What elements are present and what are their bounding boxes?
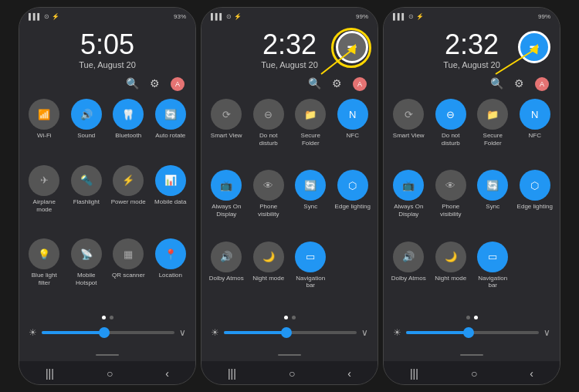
qs-label: Mobile Hotspot	[68, 272, 106, 286]
qs-label: Phone visibility	[432, 203, 470, 218]
qs-item[interactable]: ▭Navigation bar	[292, 242, 330, 308]
qs-item[interactable]: 🦷Bluetooth	[110, 99, 147, 161]
qs-item[interactable]: 📁Secure Folder	[292, 99, 330, 165]
avatar: A	[171, 77, 185, 91]
qs-label: Navigation bar	[474, 275, 512, 289]
qs-item[interactable]: 🔊Dolby Atmos	[208, 242, 245, 308]
qs-item[interactable]: 💡Blue light filter	[25, 238, 63, 308]
qs-icon: 📍	[155, 238, 186, 269]
qs-item[interactable]: 🔦Flashlight	[68, 165, 106, 235]
qs-icon: 📁	[477, 99, 508, 130]
clock-area: 2:32Tue, August 20−	[201, 25, 378, 74]
settings-icon[interactable]: ⚙	[332, 77, 342, 91]
brightness-row: ☀ ∨	[19, 323, 195, 343]
qs-icon: 👁	[253, 170, 284, 201]
qs-item[interactable]: ⚡Power mode	[110, 165, 147, 235]
qs-item[interactable]: NNFC	[334, 99, 372, 165]
status-bar: ▌▌▌ ⊙ ⚡ 99%	[201, 8, 378, 25]
qs-item[interactable]: 📺Always On Display	[390, 170, 428, 236]
nav-home[interactable]: ○	[471, 367, 477, 380]
search-icon[interactable]: 🔍	[126, 77, 139, 91]
brightness-track[interactable]	[224, 331, 357, 334]
bottom-dash	[460, 354, 483, 356]
minus-button[interactable]: −	[518, 31, 550, 63]
qs-item[interactable]: 📺Always On Display	[208, 170, 245, 236]
qs-icon: ⬡	[520, 170, 550, 201]
nav-back[interactable]: ‹	[165, 367, 169, 380]
qs-item[interactable]: 🌙Night mode	[432, 242, 470, 308]
qs-item[interactable]: ✈Airplane mode	[25, 165, 63, 235]
qs-item[interactable]: ⟳Smart View	[390, 99, 428, 165]
qs-icon: ⟳	[211, 99, 242, 130]
toolbar-row: 🔍 ⚙ A	[19, 74, 195, 94]
nav-home[interactable]: ○	[107, 367, 113, 380]
bottom-line	[19, 343, 195, 361]
qs-icon: 🔊	[211, 242, 242, 272]
status-bar: ▌▌▌ ⊙ ⚡ 93%	[19, 8, 195, 25]
brightness-thumb[interactable]	[99, 327, 110, 338]
qs-label: Edge lighting	[335, 203, 371, 211]
qs-item[interactable]: 🔄Auto rotate	[152, 99, 190, 161]
qs-item[interactable]: 🔊Dolby Atmos	[390, 242, 428, 308]
qs-icon: 📊	[155, 165, 186, 196]
qs-label: Flashlight	[73, 198, 100, 206]
chevron-down-icon[interactable]: ∨	[543, 327, 550, 338]
nav-recent[interactable]: |||	[228, 367, 236, 380]
qs-icon: N	[337, 99, 368, 130]
nav-home[interactable]: ○	[289, 367, 295, 380]
qs-icon: 📡	[71, 238, 102, 269]
status-right: 99%	[356, 13, 368, 20]
brightness-track[interactable]	[42, 331, 174, 334]
brightness-fill	[224, 331, 283, 334]
brightness-track[interactable]	[406, 331, 539, 334]
qs-item[interactable]: 🔊Sound	[68, 99, 106, 161]
nav-back[interactable]: ‹	[530, 367, 533, 380]
search-icon[interactable]: 🔍	[308, 77, 321, 91]
qs-item[interactable]: ⊖Do not disturb	[250, 99, 288, 165]
qs-item[interactable]: 🔄Sync	[292, 170, 330, 236]
minus-button[interactable]: −	[336, 31, 368, 63]
settings-icon[interactable]: ⚙	[150, 77, 160, 91]
qs-label: Phone visibility	[250, 203, 288, 218]
qs-item[interactable]: ⊖Do not disturb	[432, 99, 470, 165]
signal-icon: ▌▌▌	[211, 13, 224, 20]
status-left: ▌▌▌ ⊙ ⚡	[29, 13, 59, 20]
battery-text: 93%	[174, 13, 186, 20]
bottom-line	[384, 343, 560, 361]
qs-item[interactable]: 👁Phone visibility	[432, 170, 470, 236]
qs-item[interactable]: ▭Navigation bar	[474, 242, 512, 308]
qs-item[interactable]: ⬡Edge lighting	[334, 170, 372, 236]
qs-item[interactable]: 🔄Sync	[474, 170, 512, 236]
settings-icon[interactable]: ⚙	[514, 77, 524, 91]
chevron-down-icon[interactable]: ∨	[361, 327, 368, 338]
qs-item[interactable]: ⬡Edge lighting	[516, 170, 554, 236]
qs-item[interactable]: 🌙Night mode	[250, 242, 288, 308]
bt-icon: ⚡	[52, 13, 59, 20]
brightness-thumb[interactable]	[463, 327, 474, 338]
brightness-thumb[interactable]	[281, 327, 292, 338]
page-dot	[110, 316, 113, 319]
qs-label: Always On Display	[390, 203, 428, 218]
qs-item[interactable]: 📍Location	[152, 238, 190, 308]
nav-recent[interactable]: |||	[410, 367, 418, 380]
qs-item[interactable]: 📶Wi-Fi	[25, 99, 63, 161]
qs-item[interactable]: ▦QR scanner	[110, 238, 147, 308]
phone-1: ▌▌▌ ⊙ ⚡ 93% 5:05Tue, August 20 🔍 ⚙ A 📶Wi…	[19, 7, 196, 385]
qs-item[interactable]: NNFC	[516, 99, 554, 165]
nav-bar: ||| ○ ‹	[384, 361, 560, 384]
qs-item[interactable]	[516, 242, 554, 308]
qs-item[interactable]	[334, 242, 372, 308]
qs-icon: 📶	[29, 99, 59, 130]
nav-back[interactable]: ‹	[347, 367, 351, 380]
nav-recent[interactable]: |||	[46, 367, 54, 380]
qs-item[interactable]: 👁Phone visibility	[250, 170, 288, 236]
qs-icon: 📁	[295, 99, 326, 130]
qs-item[interactable]: 📁Secure Folder	[474, 99, 512, 165]
brightness-low-icon: ☀	[211, 327, 219, 338]
qs-item[interactable]: 📡Mobile Hotspot	[68, 238, 106, 308]
chevron-down-icon[interactable]: ∨	[179, 327, 186, 338]
qs-item[interactable]: 📊Mobile data	[152, 165, 190, 235]
qs-item[interactable]: ⟳Smart View	[208, 99, 245, 165]
qs-label: Blue light filter	[25, 272, 63, 286]
search-icon[interactable]: 🔍	[490, 77, 503, 91]
